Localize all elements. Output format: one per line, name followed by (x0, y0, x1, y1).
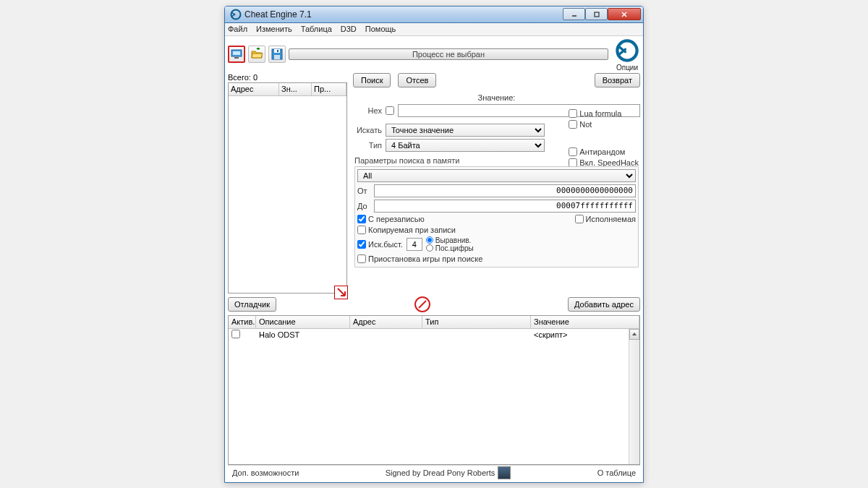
table-scrollbar[interactable] (629, 329, 639, 464)
copy-on-write-checkbox[interactable]: Копируемая при записи (357, 226, 456, 234)
add-to-list-arrow-icon[interactable] (334, 286, 348, 299)
ct-col-active[interactable]: Актив. (229, 316, 256, 328)
first-scan-button[interactable]: Поиск (353, 73, 391, 87)
results-col-previous[interactable]: Пр... (312, 83, 346, 95)
minimize-button[interactable] (563, 8, 585, 20)
value-type-label: Тип (353, 141, 382, 150)
hex-label: Hex (353, 106, 382, 115)
undo-scan-button[interactable]: Возврат (595, 73, 640, 87)
open-file-button[interactable] (248, 46, 265, 63)
row-description: Halo ODST (256, 330, 350, 340)
fastscan-value-input[interactable] (407, 238, 422, 251)
signed-by-label: Signed by Dread Pony Roberts (386, 468, 495, 477)
svg-rect-2 (595, 12, 599, 17)
svg-point-12 (617, 40, 637, 60)
speedhack-checkbox[interactable]: Вкл. SpeedHack (569, 158, 639, 167)
value-label: Значение: (478, 93, 516, 102)
lua-formula-checkbox[interactable]: Lua formula (569, 109, 639, 118)
filter-scan-button[interactable]: Отсев (398, 73, 436, 87)
svg-rect-6 (233, 51, 240, 55)
mem-from-input[interactable] (374, 184, 636, 197)
menu-table[interactable]: Таблица (301, 25, 332, 33)
options-link[interactable]: Опции (616, 64, 638, 72)
row-value: <скрипт> (531, 330, 639, 340)
mem-to-input[interactable] (374, 200, 636, 213)
mem-region-select[interactable]: All (357, 169, 636, 182)
results-total: Всего: 0 (228, 73, 347, 82)
svg-rect-10 (274, 55, 280, 59)
results-pane: Всего: 0 Адрес Зн... Пр... (228, 73, 347, 294)
menu-edit[interactable]: Изменить (256, 25, 292, 33)
menubar: Файл Изменить Таблица D3D Помощь (225, 23, 643, 36)
titlebar[interactable]: Cheat Engine 7.1 (225, 7, 643, 23)
toolbar: Процесс не выбран Опции (225, 36, 643, 73)
ct-col-type[interactable]: Тип (422, 316, 531, 328)
row-type (422, 334, 531, 335)
ct-col-description[interactable]: Описание (256, 316, 350, 328)
menu-help[interactable]: Помощь (365, 25, 396, 33)
debugger-button[interactable]: Отладчик (228, 297, 276, 312)
value-type-select[interactable]: 4 Байта (386, 139, 545, 152)
svg-rect-7 (234, 57, 239, 59)
statusbar: Доп. возможности Signed by Dread Pony Ro… (228, 465, 640, 481)
menu-file[interactable]: Файл (228, 25, 247, 33)
cheat-engine-logo-icon[interactable] (614, 38, 640, 64)
scroll-up-icon (629, 329, 639, 340)
search-pane: Поиск Отсев Возврат Значение: Hex Искать (350, 73, 640, 294)
add-address-button[interactable]: Добавить адрес (568, 297, 640, 312)
ct-col-value[interactable]: Значение (531, 316, 639, 328)
svg-point-0 (231, 9, 241, 19)
row-address (350, 334, 422, 335)
results-col-value[interactable]: Зн... (279, 83, 312, 95)
close-button[interactable] (608, 8, 641, 20)
svg-rect-11 (277, 50, 278, 52)
pause-game-checkbox[interactable]: Приостановка игры при поиске (357, 254, 482, 263)
process-status[interactable]: Процесс не выбран (289, 48, 608, 60)
window-controls (563, 8, 641, 20)
table-row[interactable]: Halo ODST <скрипт> (229, 329, 639, 341)
open-process-button[interactable] (228, 46, 245, 63)
not-checkbox[interactable]: Not (569, 120, 639, 129)
lastdigits-radio[interactable]: Пос.цифры (426, 244, 474, 252)
window-title: Cheat Engine 7.1 (244, 9, 563, 20)
aligned-radio[interactable]: Выравнив. (426, 236, 474, 244)
app-window: Cheat Engine 7.1 Файл Изменить Таблица D… (224, 6, 644, 483)
executable-checkbox[interactable]: Исполняемая (575, 215, 636, 223)
scan-type-select[interactable]: Точное значение (386, 124, 545, 137)
save-button[interactable] (268, 46, 286, 63)
mem-from-label: От (357, 187, 370, 195)
about-table-link[interactable]: О таблице (597, 468, 636, 477)
svg-line-13 (419, 301, 426, 308)
maximize-button[interactable] (585, 8, 608, 20)
ct-col-address[interactable]: Адрес (350, 316, 422, 328)
hex-checkbox[interactable] (386, 106, 394, 115)
antirandom-checkbox[interactable]: Антирандом (569, 147, 639, 156)
scan-type-label: Искать (353, 126, 382, 134)
results-table[interactable]: Адрес Зн... Пр... (228, 82, 347, 294)
cheat-table[interactable]: Актив. Описание Адрес Тип Значение Halo … (228, 315, 640, 465)
menu-d3d[interactable]: D3D (341, 25, 357, 33)
fastscan-checkbox[interactable]: Иск.быст. (357, 240, 403, 249)
author-avatar-icon (498, 466, 511, 479)
no-entry-icon (414, 296, 430, 312)
writable-checkbox[interactable]: С перезаписью (357, 215, 425, 223)
app-icon (230, 9, 242, 20)
extra-options-link[interactable]: Доп. возможности (232, 468, 299, 477)
row-active-checkbox[interactable] (231, 330, 240, 338)
results-col-address[interactable]: Адрес (229, 83, 279, 95)
mem-to-label: До (357, 202, 370, 210)
